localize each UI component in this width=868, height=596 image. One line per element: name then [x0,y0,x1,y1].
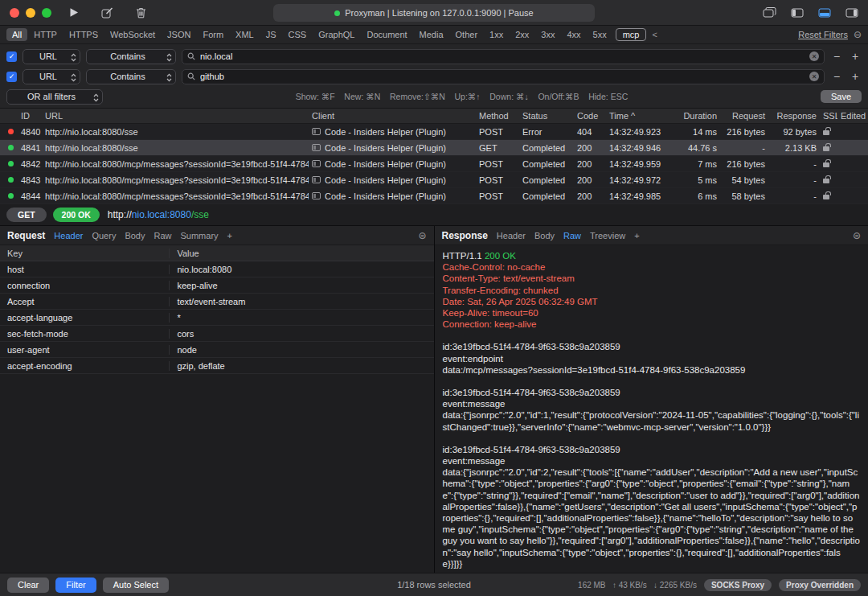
filter-tab-5xx[interactable]: 5xx [588,28,612,41]
request-tab-query[interactable]: Query [92,231,116,240]
filter-tab-3xx[interactable]: 3xx [535,28,560,41]
filter-search-field[interactable]: ✕ [182,69,825,84]
response-tab-raw[interactable]: Raw [563,231,581,240]
filters-menu-icon[interactable]: ⊖ [854,29,862,40]
filter-field-select[interactable]: URL [23,49,80,64]
zoom-window-button[interactable] [42,8,51,18]
response-options-icon[interactable]: ⊜ [853,230,861,241]
add-filter-button[interactable]: + [849,50,862,63]
filter-tab-media[interactable]: Media [414,28,449,41]
column-header-url[interactable]: URL [42,109,309,123]
add-filter-button[interactable]: + [849,70,862,83]
play-pause-icon[interactable] [69,7,79,18]
column-header-id[interactable]: ID [18,109,42,123]
request-header-row[interactable]: hostnio.local:8080 [0,261,434,277]
response-tab-treeview[interactable]: Treeview [590,231,625,240]
filter-tab-form[interactable]: Form [197,28,229,41]
flow-url[interactable]: http://nio.local:8080/sse [108,209,209,220]
save-filters-button[interactable]: Save [821,90,862,103]
request-row-4841[interactable]: 4841http://nio.local:8080/sseCode - Insi… [0,140,868,156]
filter-tab-document[interactable]: Document [361,28,412,41]
left-panel-icon[interactable] [791,8,804,18]
method-badge: GET [6,208,47,222]
response-raw-content[interactable]: HTTP/1.1 200 OKCache-Control: no-cacheCo… [435,245,868,573]
column-header-request[interactable]: Request [720,109,768,123]
filter-tab-js[interactable]: JS [260,28,282,41]
reset-filters-link[interactable]: Reset Filters [798,30,848,39]
request-header-value: gzip, deflate [169,361,433,371]
filter-tab-json[interactable]: JSON [162,28,196,41]
request-options-icon[interactable]: ⊜ [418,230,426,241]
compose-icon[interactable] [101,7,113,18]
request-header-row[interactable]: sec-fetch-modecors [0,326,434,342]
filter-tab-css[interactable]: CSS [283,28,313,41]
right-panel-icon[interactable] [845,8,858,18]
filter-search-field[interactable]: ✕ [182,49,825,64]
filter-enabled-checkbox[interactable]: ✓ [6,72,17,82]
column-header-ssl[interactable]: SSL [820,109,837,123]
filter-search-input[interactable] [200,72,805,81]
auto-select-button[interactable]: Auto Select [103,578,169,593]
response-tab-header[interactable]: Header [497,231,526,240]
filter-tab-2xx[interactable]: 2xx [510,28,534,41]
request-row-4844[interactable]: 4844http://nio.local:8080/mcp/messages?s… [0,188,868,204]
filter-field-select[interactable]: URL [23,69,80,84]
filter-tab-https[interactable]: HTTPS [63,28,104,41]
multiple-windows-icon[interactable] [763,7,776,18]
filter-condition-select[interactable]: Contains [86,69,176,84]
filter-tab-xml[interactable]: XML [230,28,260,41]
column-header-client[interactable]: Client [309,109,476,123]
column-header-duration[interactable]: Duration [670,109,720,123]
clear-search-icon[interactable]: ✕ [809,51,819,61]
bottom-panel-icon[interactable] [818,8,831,18]
filter-tab-websocket[interactable]: WebSocket [104,28,161,41]
filter-search-input[interactable] [200,51,805,61]
remove-filter-button[interactable]: − [830,70,843,83]
close-window-button[interactable] [10,8,19,18]
column-header-time[interactable]: Time ^ [606,109,670,123]
filter-tab-http[interactable]: HTTP [28,28,63,41]
socks-proxy-badge[interactable]: SOCKS Proxy [704,579,772,591]
filter-tab-other[interactable]: Other [450,28,484,41]
filter-tab-1xx[interactable]: 1xx [484,28,509,41]
response-tab-add[interactable]: + [634,231,639,240]
request-row-4840[interactable]: 4840http://nio.local:8080/sseCode - Insi… [0,124,868,140]
filter-tab-4xx[interactable]: 4xx [561,28,586,41]
trash-icon[interactable] [136,7,146,18]
response-tab-body[interactable]: Body [534,231,555,240]
column-header-status[interactable]: Status [519,109,574,123]
filter-button[interactable]: Filter [55,578,96,593]
request-tab-summary[interactable]: Summary [180,231,218,240]
request-header-row[interactable]: user-agentnode [0,342,434,358]
filter-tab-all[interactable]: All [6,28,27,41]
clear-search-icon[interactable]: ✕ [809,72,819,81]
request-row-4843[interactable]: 4843http://nio.local:8080/mcp/messages?s… [0,172,868,188]
titlebar: Proxyman | Listening on 127.0.0.1:9090 |… [0,0,868,26]
column-header-dot[interactable] [0,109,18,123]
request-tab-add[interactable]: + [227,231,232,240]
minimize-window-button[interactable] [26,8,35,18]
request-row-4842[interactable]: 4842http://nio.local:8080/mcp/messages?s… [0,156,868,172]
column-header-response[interactable]: Response [768,109,820,123]
tabs-overflow-chevron-icon[interactable]: < [652,30,657,39]
request-tab-body[interactable]: Body [125,231,145,240]
filter-enabled-checkbox[interactable]: ✓ [6,51,17,62]
filter-condition-select[interactable]: Contains [86,49,176,64]
remove-filter-button[interactable]: − [830,50,843,63]
request-header-row[interactable]: connectionkeep-alive [0,277,434,294]
column-header-edited[interactable]: Edited [837,109,868,123]
clear-button[interactable]: Clear [7,578,49,593]
kv-header-value[interactable]: Value [169,249,433,258]
request-tab-raw[interactable]: Raw [154,231,171,240]
filter-combine-select[interactable]: OR all filters [6,89,103,105]
column-header-code[interactable]: Code [574,109,606,123]
request-tab-header[interactable]: Header [54,231,83,240]
filter-tab-graphql[interactable]: GraphQL [313,28,360,41]
request-header-row[interactable]: accept-language* [0,310,434,326]
kv-header-key[interactable]: Key [0,249,169,258]
filter-tab-mcp[interactable]: mcp [616,28,647,41]
request-header-row[interactable]: accept-encodinggzip, deflate [0,358,434,374]
column-header-method[interactable]: Method [476,109,519,123]
request-header-row[interactable]: Accepttext/event-stream [0,294,434,310]
proxy-overridden-badge[interactable]: Proxy Overridden [779,579,861,591]
